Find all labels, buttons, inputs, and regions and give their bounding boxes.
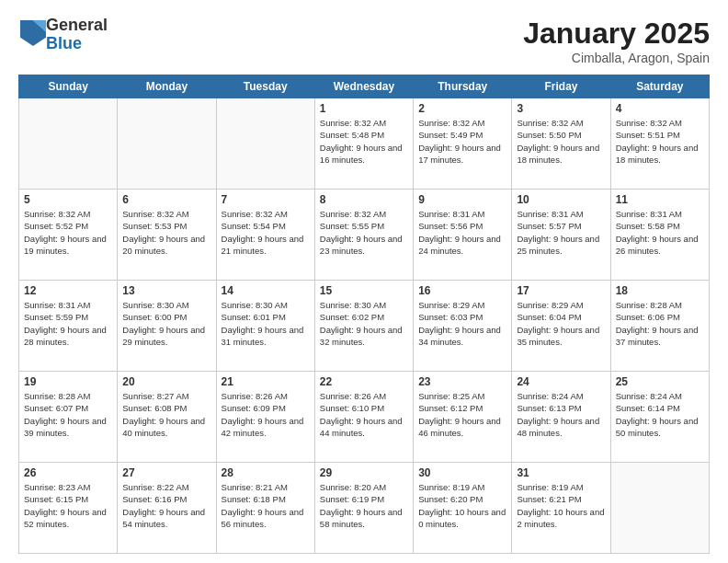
calendar-cell: 9Sunrise: 8:31 AM Sunset: 5:56 PM Daylig… bbox=[414, 190, 512, 281]
calendar-cell bbox=[118, 98, 216, 190]
day-number: 26 bbox=[24, 466, 112, 479]
calendar-week-row: 1Sunrise: 8:32 AM Sunset: 5:48 PM Daylig… bbox=[19, 98, 710, 190]
day-number: 11 bbox=[616, 193, 704, 206]
day-number: 31 bbox=[517, 466, 605, 479]
day-header-friday: Friday bbox=[512, 75, 610, 98]
day-info: Sunrise: 8:31 AM Sunset: 5:59 PM Dayligh… bbox=[24, 299, 112, 348]
day-number: 9 bbox=[418, 193, 506, 206]
calendar-cell: 20Sunrise: 8:27 AM Sunset: 6:08 PM Dayli… bbox=[118, 372, 216, 463]
day-info: Sunrise: 8:30 AM Sunset: 6:02 PM Dayligh… bbox=[320, 299, 408, 348]
day-number: 4 bbox=[616, 102, 704, 115]
day-number: 5 bbox=[24, 193, 112, 206]
calendar-cell: 24Sunrise: 8:24 AM Sunset: 6:13 PM Dayli… bbox=[512, 372, 610, 463]
calendar-week-row: 26Sunrise: 8:23 AM Sunset: 6:15 PM Dayli… bbox=[19, 463, 710, 554]
calendar-week-row: 12Sunrise: 8:31 AM Sunset: 5:59 PM Dayli… bbox=[19, 281, 710, 372]
month-title: January 2025 bbox=[523, 17, 710, 51]
calendar-cell bbox=[216, 98, 314, 190]
calendar-cell: 27Sunrise: 8:22 AM Sunset: 6:16 PM Dayli… bbox=[118, 463, 216, 554]
calendar-cell: 28Sunrise: 8:21 AM Sunset: 6:18 PM Dayli… bbox=[216, 463, 314, 554]
calendar-cell: 4Sunrise: 8:32 AM Sunset: 5:51 PM Daylig… bbox=[610, 98, 709, 190]
day-info: Sunrise: 8:21 AM Sunset: 6:18 PM Dayligh… bbox=[222, 481, 310, 530]
day-info: Sunrise: 8:32 AM Sunset: 5:51 PM Dayligh… bbox=[616, 117, 704, 166]
day-info: Sunrise: 8:28 AM Sunset: 6:06 PM Dayligh… bbox=[616, 299, 704, 348]
calendar-cell: 19Sunrise: 8:28 AM Sunset: 6:07 PM Dayli… bbox=[19, 372, 118, 463]
day-info: Sunrise: 8:31 AM Sunset: 5:58 PM Dayligh… bbox=[616, 208, 704, 257]
day-number: 28 bbox=[222, 466, 310, 479]
day-info: Sunrise: 8:24 AM Sunset: 6:14 PM Dayligh… bbox=[616, 390, 704, 439]
day-info: Sunrise: 8:29 AM Sunset: 6:04 PM Dayligh… bbox=[517, 299, 605, 348]
calendar-cell: 14Sunrise: 8:30 AM Sunset: 6:01 PM Dayli… bbox=[216, 281, 314, 372]
day-number: 21 bbox=[222, 375, 310, 388]
day-header-monday: Monday bbox=[118, 75, 216, 98]
day-info: Sunrise: 8:19 AM Sunset: 6:20 PM Dayligh… bbox=[418, 481, 506, 530]
day-info: Sunrise: 8:22 AM Sunset: 6:16 PM Dayligh… bbox=[122, 481, 210, 530]
title-section: January 2025 Cimballa, Aragon, Spain bbox=[523, 17, 710, 65]
calendar-cell: 3Sunrise: 8:32 AM Sunset: 5:50 PM Daylig… bbox=[512, 98, 610, 190]
day-number: 15 bbox=[320, 284, 408, 297]
calendar-cell: 2Sunrise: 8:32 AM Sunset: 5:49 PM Daylig… bbox=[414, 98, 512, 190]
calendar-cell bbox=[19, 98, 118, 190]
day-info: Sunrise: 8:32 AM Sunset: 5:53 PM Dayligh… bbox=[122, 208, 210, 257]
day-number: 16 bbox=[418, 284, 506, 297]
calendar-cell: 29Sunrise: 8:20 AM Sunset: 6:19 PM Dayli… bbox=[314, 463, 413, 554]
day-info: Sunrise: 8:29 AM Sunset: 6:03 PM Dayligh… bbox=[418, 299, 506, 348]
day-number: 20 bbox=[122, 375, 210, 388]
day-header-tuesday: Tuesday bbox=[216, 75, 314, 98]
day-number: 1 bbox=[320, 102, 408, 115]
day-info: Sunrise: 8:32 AM Sunset: 5:54 PM Dayligh… bbox=[222, 208, 310, 257]
calendar-cell: 6Sunrise: 8:32 AM Sunset: 5:53 PM Daylig… bbox=[118, 190, 216, 281]
day-number: 29 bbox=[320, 466, 408, 479]
location: Cimballa, Aragon, Spain bbox=[523, 51, 710, 65]
day-header-thursday: Thursday bbox=[414, 75, 512, 98]
day-number: 14 bbox=[222, 284, 310, 297]
calendar-cell: 22Sunrise: 8:26 AM Sunset: 6:10 PM Dayli… bbox=[314, 372, 413, 463]
day-number: 25 bbox=[616, 375, 704, 388]
day-header-saturday: Saturday bbox=[610, 75, 709, 98]
calendar-cell: 7Sunrise: 8:32 AM Sunset: 5:54 PM Daylig… bbox=[216, 190, 314, 281]
day-number: 24 bbox=[517, 375, 605, 388]
day-info: Sunrise: 8:26 AM Sunset: 6:09 PM Dayligh… bbox=[222, 390, 310, 439]
day-number: 22 bbox=[320, 375, 408, 388]
calendar-cell: 17Sunrise: 8:29 AM Sunset: 6:04 PM Dayli… bbox=[512, 281, 610, 372]
day-number: 3 bbox=[517, 102, 605, 115]
day-number: 23 bbox=[418, 375, 506, 388]
calendar-week-row: 19Sunrise: 8:28 AM Sunset: 6:07 PM Dayli… bbox=[19, 372, 710, 463]
calendar-cell: 25Sunrise: 8:24 AM Sunset: 6:14 PM Dayli… bbox=[610, 372, 709, 463]
day-header-wednesday: Wednesday bbox=[314, 75, 413, 98]
day-info: Sunrise: 8:23 AM Sunset: 6:15 PM Dayligh… bbox=[24, 481, 112, 530]
day-info: Sunrise: 8:31 AM Sunset: 5:56 PM Dayligh… bbox=[418, 208, 506, 257]
day-number: 13 bbox=[122, 284, 210, 297]
page: General Blue January 2025 Cimballa, Arag… bbox=[0, 0, 728, 563]
logo-blue: Blue bbox=[46, 35, 108, 53]
day-number: 2 bbox=[418, 102, 506, 115]
day-info: Sunrise: 8:19 AM Sunset: 6:21 PM Dayligh… bbox=[517, 481, 605, 530]
day-info: Sunrise: 8:30 AM Sunset: 6:01 PM Dayligh… bbox=[222, 299, 310, 348]
calendar-cell: 12Sunrise: 8:31 AM Sunset: 5:59 PM Dayli… bbox=[19, 281, 118, 372]
calendar-cell: 21Sunrise: 8:26 AM Sunset: 6:09 PM Dayli… bbox=[216, 372, 314, 463]
day-info: Sunrise: 8:27 AM Sunset: 6:08 PM Dayligh… bbox=[122, 390, 210, 439]
day-number: 12 bbox=[24, 284, 112, 297]
day-info: Sunrise: 8:32 AM Sunset: 5:49 PM Dayligh… bbox=[418, 117, 506, 166]
day-info: Sunrise: 8:25 AM Sunset: 6:12 PM Dayligh… bbox=[418, 390, 506, 439]
header: General Blue January 2025 Cimballa, Arag… bbox=[18, 17, 710, 65]
day-number: 27 bbox=[122, 466, 210, 479]
calendar-cell: 1Sunrise: 8:32 AM Sunset: 5:48 PM Daylig… bbox=[314, 98, 413, 190]
day-info: Sunrise: 8:31 AM Sunset: 5:57 PM Dayligh… bbox=[517, 208, 605, 257]
day-number: 8 bbox=[320, 193, 408, 206]
calendar-cell: 31Sunrise: 8:19 AM Sunset: 6:21 PM Dayli… bbox=[512, 463, 610, 554]
calendar-table: SundayMondayTuesdayWednesdayThursdayFrid… bbox=[18, 75, 710, 554]
calendar-cell: 15Sunrise: 8:30 AM Sunset: 6:02 PM Dayli… bbox=[314, 281, 413, 372]
calendar-cell: 11Sunrise: 8:31 AM Sunset: 5:58 PM Dayli… bbox=[610, 190, 709, 281]
day-info: Sunrise: 8:28 AM Sunset: 6:07 PM Dayligh… bbox=[24, 390, 112, 439]
calendar-cell: 30Sunrise: 8:19 AM Sunset: 6:20 PM Dayli… bbox=[414, 463, 512, 554]
calendar-cell: 16Sunrise: 8:29 AM Sunset: 6:03 PM Dayli… bbox=[414, 281, 512, 372]
calendar-header-row: SundayMondayTuesdayWednesdayThursdayFrid… bbox=[19, 75, 710, 98]
day-number: 7 bbox=[222, 193, 310, 206]
logo-general: General bbox=[46, 17, 108, 35]
day-header-sunday: Sunday bbox=[19, 75, 118, 98]
day-number: 10 bbox=[517, 193, 605, 206]
day-info: Sunrise: 8:26 AM Sunset: 6:10 PM Dayligh… bbox=[320, 390, 408, 439]
calendar-cell: 5Sunrise: 8:32 AM Sunset: 5:52 PM Daylig… bbox=[19, 190, 118, 281]
logo: General Blue bbox=[18, 17, 108, 53]
day-info: Sunrise: 8:32 AM Sunset: 5:55 PM Dayligh… bbox=[320, 208, 408, 257]
